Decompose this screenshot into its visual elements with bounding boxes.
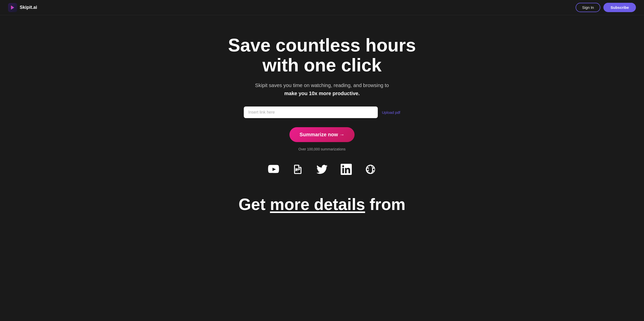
summarizations-count: Over 100,000 summarizations (299, 147, 346, 151)
pdf-icon (292, 163, 304, 175)
summarize-button[interactable]: Summarize now → (289, 127, 355, 142)
platform-icons-row (267, 163, 377, 175)
bottom-title: Get more details from (238, 196, 406, 213)
youtube-icon (267, 163, 280, 175)
logo[interactable]: Skipit.ai (8, 3, 37, 12)
bottom-section: Get more details from (233, 191, 411, 218)
hero-subtitle: Skipit saves you time on watching, readi… (255, 81, 389, 97)
navbar: Skipit.ai Sign In Subscribe (0, 0, 644, 15)
linkedin-icon (340, 163, 352, 175)
web-icon (364, 163, 377, 175)
hero-section: Save countless hours with one click Skip… (0, 15, 644, 229)
svg-marker-0 (11, 5, 14, 10)
link-input[interactable] (244, 106, 378, 118)
logo-text: Skipit.ai (20, 5, 37, 10)
subscribe-button[interactable]: Subscribe (603, 3, 636, 12)
navbar-actions: Sign In Subscribe (576, 3, 636, 12)
upload-pdf-link[interactable]: Upload pdf (382, 110, 400, 115)
hero-title: Save countless hours with one click (228, 35, 416, 75)
twitter-icon (316, 163, 328, 175)
logo-icon (8, 3, 17, 12)
input-row: Upload pdf (244, 106, 400, 118)
signin-button[interactable]: Sign In (576, 3, 601, 12)
